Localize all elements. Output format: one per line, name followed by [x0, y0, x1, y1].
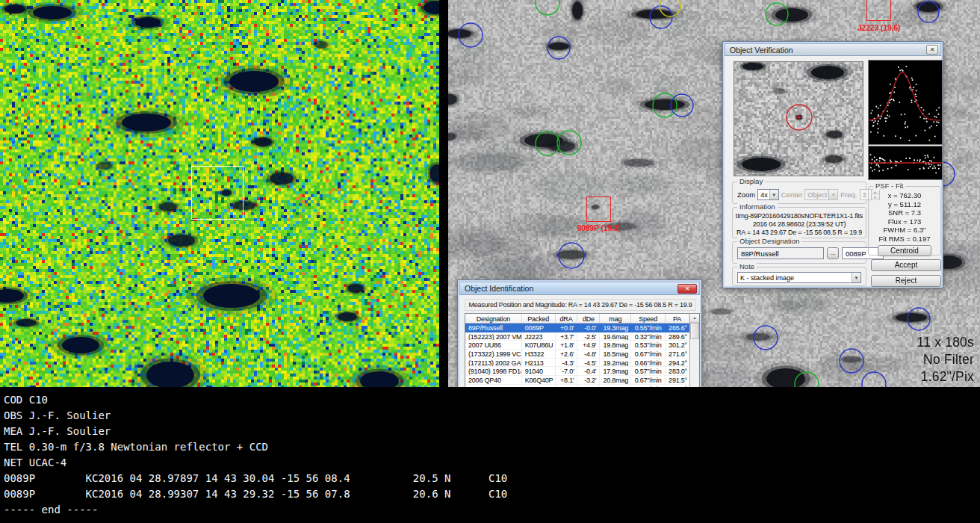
center-select[interactable]: Object ▼ — [804, 189, 838, 200]
table-row[interactable]: (172113) 2002 GA93H2113-4.3'-4.5'19.2mag… — [465, 359, 689, 368]
information-group: Information tImg-89P20160429180sNOFILTER… — [732, 207, 866, 238]
table-row[interactable]: 2007 UU86K07U86U+1.8'+4.9'19.8mag0.53"/m… — [465, 341, 689, 350]
table-scrollbar[interactable]: ▲ ▼ — [689, 313, 700, 387]
table-cell: 91040 — [522, 367, 556, 376]
target-selection-box — [191, 166, 244, 220]
report-line: OBS J.-F. Soulier — [4, 408, 980, 424]
scroll-up-icon[interactable]: ▲ — [690, 314, 699, 323]
table-cell: K07U86U — [522, 341, 556, 350]
accept-button[interactable]: Accept — [871, 259, 941, 271]
scroll-thumb[interactable] — [690, 323, 699, 339]
table-cell: 283.0° — [666, 367, 689, 376]
table-cell: +3.7' — [556, 332, 578, 341]
measured-position-text: Measured Position and Magnitude: RA = 14… — [465, 299, 696, 311]
chevron-down-icon[interactable]: ▼ — [828, 190, 837, 199]
table-cell: -2.5' — [577, 332, 600, 341]
column-header-packed[interactable]: Packed — [522, 314, 556, 323]
overlay-filter: No Filter — [917, 351, 974, 368]
reject-button[interactable]: Reject — [871, 275, 941, 287]
table-cell: 0.66"/min — [631, 359, 666, 368]
table-cell: -7.0' — [556, 367, 578, 376]
ov-close-icon[interactable]: ✕ — [926, 45, 938, 55]
table-cell: 2007 UU86 — [465, 341, 522, 350]
table-cell: 294.2° — [666, 359, 689, 368]
designation-group: Object Designation 89P/Russell ... 0089P — [732, 241, 866, 264]
candidate-table[interactable]: DesignationPackeddRAdDemagSpeedPA89P/Rus… — [465, 313, 689, 387]
table-cell: J2223 — [522, 332, 556, 341]
table-cell: 20.8mag — [600, 376, 631, 385]
column-header-dra[interactable]: dRA — [556, 314, 578, 323]
table-cell: H2113 — [522, 359, 556, 368]
table-cell: +8.1' — [556, 376, 578, 385]
table-cell: +4.9' — [577, 341, 600, 350]
table-cell: +2.6' — [556, 350, 578, 359]
freq-label: Freq. — [840, 191, 857, 199]
table-row[interactable]: (91040) 1998 FD1491040-7.0'-0.4'17.9mag0… — [465, 367, 689, 376]
column-header-speed[interactable]: Speed — [631, 314, 666, 323]
table-cell: 0.55"/min — [631, 324, 666, 332]
note-group: Note K - stacked image ▼ — [732, 267, 866, 286]
chevron-down-icon[interactable]: ▼ — [852, 273, 860, 282]
table-cell: 289.6° — [666, 332, 689, 341]
browse-button[interactable]: ... — [827, 247, 839, 259]
column-header-pa[interactable]: PA — [666, 314, 689, 323]
note-select[interactable]: K - stacked image ▼ — [737, 272, 861, 283]
table-cell: 89P/Russell — [465, 324, 522, 332]
column-header-designation[interactable]: Designation — [465, 314, 522, 323]
table-cell: -4.8' — [577, 350, 600, 359]
table-cell: 0.57"/min — [631, 367, 666, 376]
table-cell: 19.3mag — [600, 324, 631, 332]
overlay-scale: 1.62"/Pix — [917, 368, 974, 386]
table-cell: 0.32"/min — [631, 332, 666, 341]
target-marker-label: 0089P (19.3) — [562, 223, 636, 232]
zoom-select[interactable]: 4x ▼ — [757, 189, 779, 200]
oi-client: Measured Position and Magnitude: RA = 14… — [459, 295, 700, 387]
table-cell: 17.9mag — [600, 367, 631, 376]
table-row[interactable]: (152223) 2007 VM6J2223+3.7'-2.5'19.6mag0… — [465, 332, 689, 341]
table-row[interactable]: 2006 QP40K06Q40P+8.1'-3.2'20.8mag0.67"/m… — [465, 376, 689, 385]
centroid-button[interactable]: Centroid — [878, 245, 931, 256]
oi-titlebar[interactable]: Object Identification ✕ — [459, 282, 700, 295]
psf-rms: Fit RMS = 0.197 — [869, 235, 940, 244]
zoom-value: 4x — [758, 190, 769, 199]
table-row[interactable]: 89P/Russell0089P+0.0'-0.0'19.3mag0.55"/m… — [465, 324, 689, 332]
designation-name-field[interactable]: 89P/Russell — [737, 247, 824, 259]
scroll-track[interactable] — [690, 339, 699, 387]
obs-datetime: 2016 04 28.98602 (23:39:52 UT) — [733, 220, 866, 229]
image-viewport: 0089P (19.3) J2223 (19.6) 11 x 180s No F… — [0, 0, 980, 387]
object-identification-dialog: Object Identification ✕ Measured Positio… — [457, 279, 702, 387]
information-legend: Information — [737, 203, 778, 211]
psf-fit-legend: PSF - Fit — [873, 182, 905, 190]
table-row[interactable]: (173322) 1999 VC131H3322+2.6'-4.8'18.5ma… — [465, 350, 689, 359]
ov-title: Object Verification — [730, 46, 926, 55]
table-cell: 301.2° — [666, 341, 689, 350]
table-cell: +1.8' — [556, 341, 578, 350]
designation-legend: Object Designation — [737, 238, 801, 245]
table-cell: +0.0' — [556, 324, 578, 332]
psf-residual-plot — [868, 146, 943, 180]
center-label: Center — [781, 191, 803, 199]
table-cell: 19.6mag — [600, 332, 631, 341]
table-cell: H3322 — [522, 350, 556, 359]
ov-titlebar[interactable]: Object Verification ✕ — [725, 43, 941, 56]
oi-close-icon[interactable]: ✕ — [677, 284, 697, 294]
display-legend: Display — [737, 178, 765, 185]
psf-flux: Flux = 173 — [869, 217, 940, 226]
table-cell: 271.6° — [666, 350, 689, 359]
zoom-label: Zoom — [737, 191, 755, 199]
column-header-mag[interactable]: mag — [600, 314, 631, 323]
table-cell: (172113) 2002 GA93 — [465, 359, 522, 368]
overlay-exposure: 11 x 180s — [917, 334, 974, 351]
column-header-dde[interactable]: dDe — [577, 314, 600, 323]
table-cell: 291.5° — [666, 376, 689, 385]
report-line: TEL 0.30-m f/3.8 Newtonian reflector + C… — [4, 439, 980, 455]
table-cell: 0.67"/min — [631, 376, 666, 385]
note-legend: Note — [737, 263, 757, 270]
secondary-marker-label: J2223 (19.6) — [842, 23, 917, 32]
table-cell: 19.8mag — [600, 341, 631, 350]
table-cell: 265.6° — [666, 324, 689, 332]
psf-fwhm: FWHM = 6.3" — [869, 226, 940, 235]
table-cell: 0089P — [522, 324, 556, 332]
table-cell: -3.2' — [577, 376, 600, 385]
chevron-down-icon[interactable]: ▼ — [769, 190, 778, 199]
